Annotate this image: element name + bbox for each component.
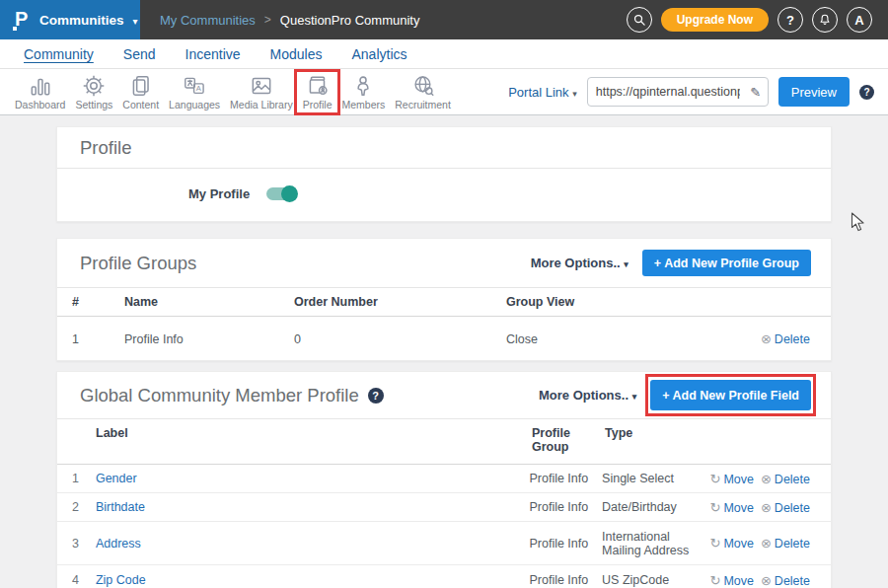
portal-url-input[interactable]: [588, 85, 744, 99]
delete-link[interactable]: Delete: [775, 537, 810, 551]
breadcrumb-my-communities[interactable]: My Communities: [160, 13, 256, 28]
portal-url-group: ✎: [587, 77, 769, 107]
search-button[interactable]: [627, 7, 652, 33]
my-profile-toggle[interactable]: [266, 187, 296, 200]
product-switcher[interactable]: P Communities ▾: [0, 0, 140, 39]
page: { "colors": { "brand_blue": "#1d72b4", "…: [0, 0, 888, 588]
field-link[interactable]: Birthdate: [96, 500, 145, 514]
move-link[interactable]: Move: [723, 473, 754, 486]
field-label: Birthdate: [96, 500, 530, 514]
groups-more-options-dropdown[interactable]: More Options.. ▾: [531, 256, 629, 270]
circle-x-icon: ⊗: [761, 331, 772, 346]
move-link[interactable]: Move: [723, 574, 754, 588]
move-icon: ↻: [709, 536, 720, 551]
toolbar-item-recruitment[interactable]: Recruitment: [390, 72, 456, 111]
field-group: Profile Info: [529, 500, 602, 514]
row-actions: ↻Move⊗Delete: [709, 536, 816, 551]
toolbar-item-media-library[interactable]: Media Library: [225, 72, 298, 111]
move-link[interactable]: Move: [723, 501, 754, 515]
field-type: Single Select: [602, 472, 709, 485]
field-label: Address: [96, 537, 530, 551]
toolbar-label: Content: [122, 99, 159, 110]
chevron-down-icon: ▾: [572, 89, 577, 99]
chevron-down-icon: ▾: [133, 16, 138, 27]
profile-card-header: Profile: [57, 127, 831, 169]
profile-groups-card: Profile Groups More Options.. ▾ + Add Ne…: [56, 238, 832, 361]
member-profile-help-icon[interactable]: ?: [368, 388, 384, 404]
field-link[interactable]: Address: [96, 537, 141, 551]
member-table-header: Label Profile Group Type: [57, 419, 831, 465]
notifications-button[interactable]: [812, 7, 838, 33]
delete-link[interactable]: Delete: [775, 501, 810, 515]
groups-table-header: # Name Order Number Group View: [57, 288, 831, 317]
delete-link[interactable]: Delete: [775, 574, 810, 588]
tab-modules[interactable]: Modules: [270, 46, 323, 62]
svg-text:A: A: [196, 84, 202, 93]
toolbar-item-languages[interactable]: A Languages: [164, 72, 225, 111]
member-more-options-dropdown[interactable]: More Options.. ▾: [539, 388, 636, 403]
field-link[interactable]: Zip Code: [96, 573, 146, 587]
toggle-knob: [281, 185, 298, 202]
group-view: Close: [506, 332, 698, 346]
community-toolbar: Dashboard Settings Content A Languages M…: [0, 69, 888, 115]
field-group: Profile Info: [529, 537, 602, 551]
main-nav: Community Send Incentive Modules Analyti…: [0, 39, 888, 69]
toolbar-label: Profile: [303, 99, 333, 110]
toolbar-item-members[interactable]: Members: [336, 72, 390, 111]
questionpro-logo-icon: P: [13, 8, 31, 32]
globe-search-icon: [410, 73, 436, 99]
move-icon: ↻: [709, 472, 720, 486]
row-actions: ⊗Delete: [698, 331, 816, 346]
table-row: 3 Address Profile Info International Mai…: [57, 522, 831, 565]
field-label: Gender: [96, 472, 530, 485]
toolbar-right: Portal Link ▾ ✎ Preview ?: [508, 72, 888, 111]
my-profile-row: My Profile: [188, 186, 831, 201]
profile-page-icon: [305, 73, 331, 99]
plus-icon: +: [654, 257, 661, 270]
move-link[interactable]: Move: [723, 537, 754, 551]
tab-incentive[interactable]: Incentive: [185, 46, 241, 62]
bell-icon: [818, 13, 832, 27]
tab-analytics[interactable]: Analytics: [351, 46, 407, 62]
field-group: Profile Info: [529, 573, 602, 587]
profile-card: Profile My Profile: [56, 126, 832, 222]
edit-url-button[interactable]: ✎: [744, 78, 768, 106]
upgrade-now-button[interactable]: Upgrade Now: [661, 8, 769, 32]
breadcrumb-current: QuestionPro Community: [280, 13, 420, 28]
delete-link[interactable]: Delete: [775, 332, 810, 346]
toolbar-item-settings[interactable]: Settings: [70, 72, 117, 111]
field-group: Profile Info: [529, 472, 602, 485]
group-name: Profile Info: [124, 332, 294, 346]
col-profile-group: Profile Group: [532, 426, 605, 454]
portal-help-icon[interactable]: ?: [859, 85, 874, 100]
member-profile-title: Global Community Member Profile: [80, 385, 359, 406]
help-button[interactable]: ?: [777, 7, 803, 33]
preview-button[interactable]: Preview: [778, 77, 850, 107]
circle-x-icon: ⊗: [761, 500, 772, 515]
avatar[interactable]: A: [847, 7, 872, 33]
add-new-profile-group-button[interactable]: + Add New Profile Group: [642, 250, 811, 276]
portal-link-dropdown[interactable]: Portal Link ▾: [508, 85, 577, 100]
pencil-icon: ✎: [750, 85, 761, 100]
toolbar-label: Dashboard: [15, 99, 65, 110]
toolbar-label: Recruitment: [395, 99, 451, 110]
breadcrumb: My Communities > QuestionPro Community: [160, 13, 419, 28]
row-num: 4: [72, 573, 96, 587]
toolbar-item-content[interactable]: Content: [117, 72, 164, 111]
toolbar-label: Settings: [75, 99, 112, 110]
bar-chart-icon: [28, 73, 53, 99]
move-icon: ↻: [709, 573, 720, 588]
row-actions: ↻Move⊗Delete: [709, 573, 816, 588]
add-new-profile-field-button[interactable]: + Add New Profile Field: [650, 380, 811, 410]
field-link[interactable]: Gender: [96, 472, 137, 485]
toolbar-item-dashboard[interactable]: Dashboard: [10, 72, 70, 111]
delete-link[interactable]: Delete: [775, 473, 810, 486]
row-num: 1: [72, 332, 124, 346]
profile-card-title: Profile: [80, 137, 131, 159]
tab-community[interactable]: Community: [24, 46, 94, 62]
col-order-number: Order Number: [294, 295, 506, 309]
toolbar-item-profile[interactable]: Profile: [298, 72, 337, 111]
field-type: Date/Birthday: [602, 500, 709, 514]
tab-send[interactable]: Send: [123, 46, 156, 62]
field-type: International Mailing Address: [602, 530, 709, 557]
